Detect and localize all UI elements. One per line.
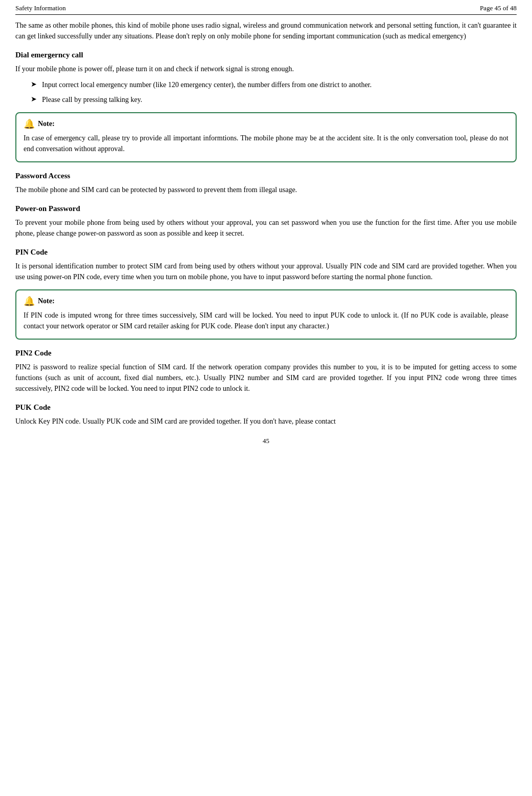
page-header: Safety Information Page 45 of 48 [15,4,517,15]
bullet-arrow-icon: ➤ [31,95,37,103]
sections-container: Dial emergerncy callIf your mobile phone… [15,51,517,427]
note-box-pin-code: 🔔Note:If PIN code is imputed wrong for t… [15,289,517,340]
section-heading-pin2-code: PIN2 Code [15,349,517,358]
note-text: In case of emergency call, please try to… [24,133,508,154]
footer-page-number: 45 [263,437,269,445]
page-container: Safety Information Page 45 of 48 The sam… [0,0,532,796]
bullet-arrow-icon: ➤ [31,80,37,89]
bullet-text: Input correct local emergency number (li… [42,79,517,90]
note-label: Note: [38,297,55,305]
section-heading-pin-code: PIN Code [15,248,517,257]
section-body-pin2-code: PIN2 is password to realize special func… [15,362,517,394]
section-body-power-on-password: To prevent your mobile phone from being … [15,217,517,239]
page-number-header: Page 45 of 48 [480,4,517,12]
intro-paragraph: The same as other mobile phones, this ki… [15,20,517,41]
page-footer: 45 [15,437,517,445]
note-label: Note: [38,120,55,128]
section-body-puk-code: Unlock Key PIN code. Usually PUK code an… [15,416,517,427]
note-header: 🔔Note: [24,118,508,130]
note-header: 🔔Note: [24,296,508,307]
section-heading-password-access: Password Access [15,172,517,180]
section-body-pin-code: It is personal identification number to … [15,261,517,282]
bullet-item-dial-emergency-0: ➤Input correct local emergency number (l… [15,79,517,90]
bell-icon: 🔔 [24,296,35,307]
section-heading-power-on-password: Power-on Password [15,204,517,213]
section-body-password-access: The mobile phone and SIM card can be pro… [15,184,517,195]
note-box-dial-emergency: 🔔Note:In case of emergency call, please … [15,112,517,162]
note-text: If PIN code is imputed wrong for three t… [24,310,508,331]
bullet-text: Please call by pressing talking key. [42,94,517,105]
bullet-item-dial-emergency-1: ➤Please call by pressing talking key. [15,94,517,105]
bell-icon: 🔔 [24,118,35,130]
section-body-dial-emergency: If your mobile phone is power off, pleas… [15,64,517,74]
header-title: Safety Information [15,4,66,12]
section-heading-dial-emergency: Dial emergerncy call [15,51,517,59]
section-heading-puk-code: PUK Code [15,403,517,412]
